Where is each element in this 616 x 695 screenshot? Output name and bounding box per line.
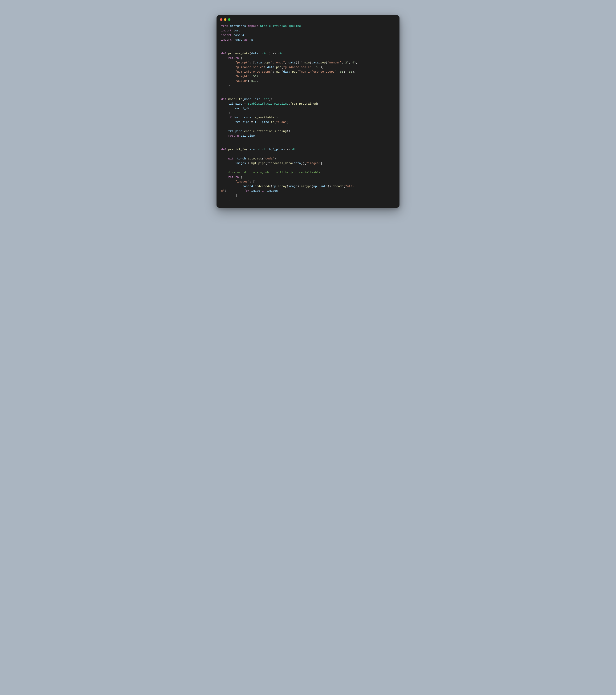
code-token: "guidance_scale" <box>235 66 264 69</box>
code-token: 7.5 <box>315 66 320 69</box>
code-token: . <box>243 130 244 133</box>
code-line: import base64 <box>221 33 395 37</box>
code-token: pop <box>276 66 281 69</box>
code-token: : [ <box>249 180 255 184</box>
close-icon[interactable] <box>220 18 222 21</box>
code-token: "cuda" <box>276 120 287 124</box>
code-token: "images" <box>235 180 249 184</box>
code-token: def <box>221 52 228 55</box>
code-token <box>221 171 228 174</box>
code-token: "images" <box>306 162 320 165</box>
zoom-icon[interactable] <box>228 18 230 21</box>
code-token: diffusers <box>230 24 248 28</box>
code-token: uint8 <box>319 185 328 188</box>
code-line: base64.b64encode(np.array(image).astype(… <box>221 184 395 189</box>
code-line: t2i_pipe = t2i_pipe.to("cuda") <box>221 120 395 124</box>
code-token: str <box>264 98 269 101</box>
code-token: ), <box>320 66 324 69</box>
code-token: ( <box>246 148 248 151</box>
code-token <box>221 56 228 60</box>
code-token: import <box>221 34 233 37</box>
code-token: ) <box>225 189 244 192</box>
code-token: torch <box>237 157 246 160</box>
code-token: "prompt" <box>271 61 285 64</box>
code-token: for <box>244 189 251 192</box>
code-token: : <box>264 66 267 69</box>
code-token: dict <box>258 148 265 151</box>
code-token: ( <box>344 185 345 188</box>
code-token <box>221 70 235 73</box>
code-token: ( <box>262 157 264 160</box>
code-line <box>221 152 395 156</box>
code-token: )] * <box>296 61 304 64</box>
code-token: : <box>248 79 251 83</box>
code-token: images <box>267 189 278 192</box>
code-line: 8") for image in images <box>221 189 395 193</box>
code-token: data <box>283 70 290 73</box>
code-token: 512 <box>251 79 256 83</box>
code-line: "height": 512, <box>221 74 395 79</box>
code-token: "height" <box>235 75 249 78</box>
code-token: autocast <box>248 157 262 160</box>
code-token: . <box>262 61 264 64</box>
code-line <box>221 42 395 47</box>
code-token: : <box>299 148 301 151</box>
code-token: is_available <box>253 116 274 119</box>
code-token: hgf_pipe <box>269 148 283 151</box>
code-token: b64encode <box>255 185 271 188</box>
code-token: 2 <box>345 61 347 64</box>
code-token: t2i_pipe <box>255 120 269 124</box>
code-token: . <box>253 185 255 188</box>
code-token: dict <box>278 52 285 55</box>
minimize-icon[interactable] <box>224 18 227 21</box>
code-token: , <box>342 61 345 64</box>
code-token: dict <box>262 52 269 55</box>
code-token: import <box>248 24 260 28</box>
code-token: ), <box>354 61 358 64</box>
code-token: numpy <box>233 38 244 41</box>
code-line: t2i_pipe.enable_attention_slicing() <box>221 129 395 134</box>
code-token: , <box>266 148 269 151</box>
code-token: np <box>272 185 276 188</box>
code-token: : <box>258 52 262 55</box>
code-token: "num_inference_steps" <box>299 70 336 73</box>
code-line: } <box>221 198 395 202</box>
code-token: ) <box>221 111 230 115</box>
code-token: . <box>290 70 292 73</box>
code-token: model_dir <box>244 98 260 101</box>
code-token: as <box>244 38 249 41</box>
code-token: np <box>249 38 253 41</box>
code-token: base64 <box>243 185 253 188</box>
code-token: images <box>235 162 246 165</box>
code-token: return <box>228 134 240 138</box>
code-token: with <box>228 157 237 160</box>
code-token: data <box>248 148 255 151</box>
code-line: ) <box>221 111 395 115</box>
code-line: return { <box>221 56 395 61</box>
code-token <box>221 162 235 165</box>
code-token: ( <box>274 120 276 124</box>
code-line: t2i_pipe = StableDiffusionPipeline.from_… <box>221 102 395 106</box>
code-token: torch <box>233 116 243 119</box>
code-token: "width" <box>235 79 248 83</box>
code-token: (** <box>266 162 271 165</box>
code-token: dict <box>292 148 299 151</box>
code-token: 50 <box>349 70 352 73</box>
code-token: pop <box>264 61 269 64</box>
code-line <box>221 88 395 92</box>
code-token: "utf- <box>345 185 354 188</box>
code-token: ) <box>287 120 288 124</box>
code-token: )). <box>328 185 333 188</box>
code-window: from diffusers import StableDiffusionPip… <box>217 15 399 208</box>
code-token: data <box>255 61 262 64</box>
code-token: { <box>240 175 242 179</box>
code-token: data <box>288 61 296 64</box>
code-token: = <box>243 102 248 105</box>
code-token: ), <box>352 70 356 73</box>
code-token: t2i_pipe <box>228 130 242 133</box>
code-token <box>221 61 235 64</box>
code-token: 5 <box>352 61 354 64</box>
code-token: ))[ <box>301 162 306 165</box>
code-token: ( <box>249 52 251 55</box>
code-token: ] <box>320 162 322 165</box>
